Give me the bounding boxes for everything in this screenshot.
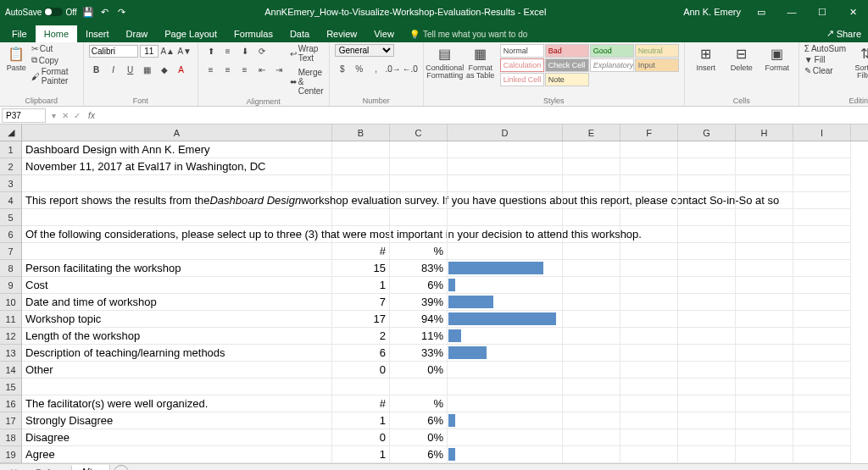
cell-C13[interactable]: 33% xyxy=(390,345,448,362)
cell-I18[interactable] xyxy=(793,429,851,446)
cell-H19[interactable] xyxy=(736,446,793,463)
cell-D14[interactable] xyxy=(448,362,563,379)
cell-B11[interactable]: 17 xyxy=(332,311,390,328)
row-header-19[interactable]: 19 xyxy=(0,446,22,463)
cell-D6[interactable] xyxy=(448,226,563,243)
cell-G9[interactable] xyxy=(678,277,736,294)
fx-icon[interactable]: fx xyxy=(85,108,98,122)
cell-D3[interactable] xyxy=(448,175,563,192)
cell-C5[interactable] xyxy=(390,209,448,226)
row-header-5[interactable]: 5 xyxy=(0,209,22,226)
fill-color-button[interactable]: ◆ xyxy=(157,63,172,76)
cell-I6[interactable] xyxy=(793,226,851,243)
cell-I15[interactable] xyxy=(793,379,851,395)
cell-H13[interactable] xyxy=(736,345,793,362)
cell-E13[interactable] xyxy=(563,345,620,362)
cell-D17[interactable] xyxy=(448,412,563,429)
wrap-text-button[interactable]: ↩Wrap Text xyxy=(290,44,324,63)
cell-H6[interactable] xyxy=(736,226,793,243)
cell-F12[interactable] xyxy=(620,328,678,345)
cell-D10[interactable] xyxy=(448,294,563,311)
cell-A10[interactable]: Date and time of workshop xyxy=(22,294,332,311)
cell-B6[interactable] xyxy=(332,226,390,243)
cell-E10[interactable] xyxy=(563,294,620,311)
style-normal[interactable]: Normal xyxy=(500,44,544,58)
tab-review[interactable]: Review xyxy=(318,25,365,42)
cell-D1[interactable] xyxy=(448,141,563,158)
cell-E4[interactable] xyxy=(563,192,620,209)
cell-E11[interactable] xyxy=(563,311,620,328)
cell-G16[interactable] xyxy=(678,395,736,412)
cell-B18[interactable]: 0 xyxy=(332,429,390,446)
border-button[interactable]: ▦ xyxy=(140,63,155,76)
cell-C18[interactable]: 0% xyxy=(390,429,448,446)
number-format-select[interactable]: General xyxy=(335,44,394,57)
cell-G8[interactable] xyxy=(678,260,736,277)
cell-C1[interactable] xyxy=(390,141,448,158)
cell-F3[interactable] xyxy=(620,175,678,192)
fill-button[interactable]: ▼Fill xyxy=(804,55,846,64)
row-header-16[interactable]: 16 xyxy=(0,395,22,412)
cell-C19[interactable]: 6% xyxy=(390,446,448,463)
row-header-11[interactable]: 11 xyxy=(0,311,22,328)
cell-I7[interactable] xyxy=(793,243,851,260)
cell-H7[interactable] xyxy=(736,243,793,260)
cell-D9[interactable] xyxy=(448,277,563,294)
cell-I3[interactable] xyxy=(793,175,851,192)
paste-button[interactable]: 📋Paste xyxy=(5,44,28,72)
orientation-icon[interactable]: ⟳ xyxy=(254,44,270,58)
percent-icon[interactable]: % xyxy=(352,62,367,75)
cell-H4[interactable] xyxy=(736,192,793,209)
cell-C8[interactable]: 83% xyxy=(390,260,448,277)
cell-B14[interactable]: 0 xyxy=(332,362,390,379)
cell-G15[interactable] xyxy=(678,379,736,395)
decrease-indent-icon[interactable]: ⇤ xyxy=(254,63,270,76)
sheet-tab-after[interactable]: After xyxy=(72,465,109,471)
cell-E2[interactable] xyxy=(563,158,620,175)
cell-E17[interactable] xyxy=(563,412,620,429)
align-left-icon[interactable]: ≡ xyxy=(203,63,219,76)
cell-D4[interactable] xyxy=(448,192,563,209)
style-input[interactable]: Input xyxy=(635,58,679,72)
format-painter-button[interactable]: 🖌Format Painter xyxy=(31,67,78,86)
cell-C16[interactable]: % xyxy=(390,395,448,412)
style-good[interactable]: Good xyxy=(590,44,634,58)
cell-D7[interactable] xyxy=(448,243,563,260)
cell-B12[interactable]: 2 xyxy=(332,328,390,345)
delete-cells-button[interactable]: ⊟Delete xyxy=(726,44,758,72)
cell-C7[interactable]: % xyxy=(390,243,448,260)
align-center-icon[interactable]: ≡ xyxy=(220,63,236,76)
align-top-icon[interactable]: ⬆ xyxy=(203,44,219,58)
cell-D11[interactable] xyxy=(448,311,563,328)
col-header-F[interactable]: F xyxy=(620,124,678,141)
cell-A17[interactable]: Strongly Disagree xyxy=(22,412,332,429)
cell-B17[interactable]: 1 xyxy=(332,412,390,429)
cell-H18[interactable] xyxy=(736,429,793,446)
cell-E18[interactable] xyxy=(563,429,620,446)
add-sheet-button[interactable]: + xyxy=(114,465,129,471)
cell-H10[interactable] xyxy=(736,294,793,311)
cell-H1[interactable] xyxy=(736,141,793,158)
cell-C14[interactable]: 0% xyxy=(390,362,448,379)
cell-F10[interactable] xyxy=(620,294,678,311)
cell-E5[interactable] xyxy=(563,209,620,226)
cell-H2[interactable] xyxy=(736,158,793,175)
cell-E8[interactable] xyxy=(563,260,620,277)
cell-A3[interactable] xyxy=(22,175,332,192)
align-bottom-icon[interactable]: ⬇ xyxy=(237,44,253,58)
font-name-input[interactable] xyxy=(89,45,138,58)
row-header-1[interactable]: 1 xyxy=(0,141,22,158)
cell-B7[interactable]: # xyxy=(332,243,390,260)
decrease-font-icon[interactable]: A▼ xyxy=(177,44,192,58)
cell-F19[interactable] xyxy=(620,446,678,463)
row-header-17[interactable]: 17 xyxy=(0,412,22,429)
cell-G13[interactable] xyxy=(678,345,736,362)
cell-I8[interactable] xyxy=(793,260,851,277)
cell-C4[interactable] xyxy=(390,192,448,209)
cell-E15[interactable] xyxy=(563,379,620,395)
row-header-3[interactable]: 3 xyxy=(0,175,22,192)
cell-F16[interactable] xyxy=(620,395,678,412)
cell-B19[interactable]: 1 xyxy=(332,446,390,463)
cell-A6[interactable]: Of the following considerations, please … xyxy=(22,226,332,243)
row-header-13[interactable]: 13 xyxy=(0,345,22,362)
